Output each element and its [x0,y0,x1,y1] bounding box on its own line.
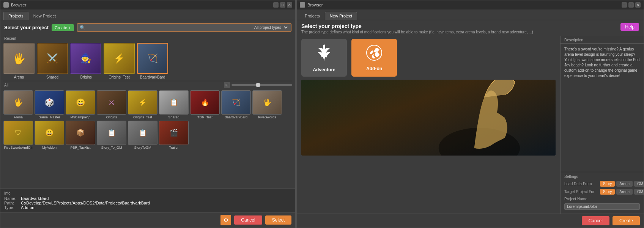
all-label: All [3,82,9,88]
all-label-myaddon: MyAddon [35,146,64,149]
info-type-row: Type: Add-on [4,205,291,210]
right-content: Select your project type The project typ… [297,20,644,228]
all-thumb-tdr: 🔥 [190,90,220,115]
all-label-baardvark2: BaardvarkBard [221,115,251,119]
maximize-button[interactable]: □ [280,2,285,8]
recent-item-arena[interactable]: 🖐 Arena [3,43,35,79]
right-cancel-button[interactable]: Cancel [582,216,609,225]
left-cancel-button[interactable]: Cancel [234,215,262,225]
all-item-story-to-gm[interactable]: 📋 Story_To_GM [97,121,126,149]
left-title-controls: ─ □ ✕ [273,2,292,8]
all-label-gm: Game_Master [35,115,64,119]
minimize-button[interactable]: ─ [273,2,279,8]
project-type-filter[interactable]: All project types [251,24,289,31]
info-name-row: Name: BaardvarkBard [4,196,291,201]
recent-thumb-origins-test: ⚡ [104,43,135,74]
all-thumb-baardvark2: 🏹 [221,90,251,115]
target-story-btn[interactable]: Story [600,189,615,195]
all-item-origins-test2[interactable]: ⚡ Origins_Test [128,90,157,119]
all-thumb-arena: 🖐 [3,90,33,115]
all-item-mycampaign[interactable]: 😀 MyCampaign [66,90,95,119]
recent-thumb-shared: ⚔️ [37,43,68,74]
load-data-label: Load Data From [564,182,598,186]
all-thumb-gm: 🎲 [35,90,64,115]
left-bottom-bar: ⚙ Cancel Select [0,212,295,228]
load-data-story-btn[interactable]: Story [600,181,615,187]
tab-projects-right[interactable]: Projects [300,12,325,20]
all-item-fiveswordsaddon[interactable]: 🛡 FiveSwordsAndOn [3,121,33,149]
info-label: Info [4,191,291,195]
project-name-input[interactable] [564,203,640,210]
help-button[interactable]: Help [620,23,639,31]
target-gm-btn[interactable]: GM [634,189,644,195]
recent-item-origins-test[interactable]: ⚡ Origins_Test [104,43,135,79]
gear-button[interactable]: ⚙ [220,215,231,225]
all-thumb-shared2: 📋 [159,90,189,115]
left-window-title: Browser [11,3,26,7]
all-thumb-origins2: ⚔ [97,90,126,115]
all-item-tdr[interactable]: 🔥 TDR_Test [190,90,220,119]
recent-thumb-origins: 🧙 [70,43,101,74]
all-item-arena[interactable]: 🖐 Arena [3,90,33,119]
all-label-shared2: Shared [159,115,189,119]
recent-label-arena: Arena [3,75,35,79]
zoom-icon[interactable]: ⊞ [224,82,230,88]
tab-projects-left[interactable]: Projects [3,12,28,20]
addon-card[interactable]: Add-on [351,39,397,77]
search-input[interactable] [87,25,250,30]
right-minimize-button[interactable]: ─ [622,2,627,8]
all-item-pbr[interactable]: 📦 PBR_Tacklist [66,121,95,149]
create-button[interactable]: Create + [52,24,74,31]
zoom-slider[interactable] [231,84,292,86]
right-title-bar-left: Browser [300,2,323,8]
all-item-storytogm[interactable]: 📋 StoryToGM [128,121,157,149]
all-label-fiveswordsaddon: FiveSwordsAndOn [3,146,33,149]
all-item-shared2[interactable]: 📋 Shared [159,90,189,119]
left-content: Select your project Create + 🔍 All proje… [0,20,295,212]
all-item-gm[interactable]: 🎲 Game_Master [35,90,64,119]
right-panel-title: Select your project type [301,23,533,29]
all-item-fiveswords[interactable]: 🖐 FiveSwords [252,90,282,119]
adventure-label: Adventure [313,67,335,72]
description-text: There's a sword you're missing? A genius… [561,44,644,172]
target-project-row: Target Project For Story Arena GM [564,189,640,195]
tab-new-project-left[interactable]: New Project [28,12,61,20]
right-main: Adventure Add- [297,36,644,214]
right-close-button[interactable]: ✕ [635,2,641,8]
search-bar: 🔍 All project types [77,23,292,32]
close-button[interactable]: ✕ [287,2,292,8]
recent-item-origins[interactable]: 🧙 Origins [70,43,101,79]
all-thumb-myaddon: 😀 [35,121,64,145]
all-thumb-mycampaign: 😀 [66,90,95,115]
recent-label: Recent [0,35,295,41]
all-thumb-storytogm: 📋 [128,121,157,145]
all-item-myaddon[interactable]: 😀 MyAddon [35,121,64,149]
target-arena-btn[interactable]: Arena [616,189,633,195]
all-item-trailer[interactable]: 🎬 Trailer [159,121,189,149]
info-path-val: C:/Develop/Dev/LSProjects/Apps/DOS2/Data… [21,201,150,205]
all-label-origins2: Origins [97,115,126,119]
load-data-gm-btn[interactable]: GM [634,181,644,187]
right-app-icon [300,2,305,8]
right-window: Browser ─ □ ✕ Projects New Project Selec… [296,0,644,228]
info-type-val: Add-on [21,205,34,210]
all-item-origins2[interactable]: ⚔ Origins [97,90,126,119]
right-create-button[interactable]: Create [613,216,640,225]
settings-section-title: Settings [564,175,640,181]
all-thumb-fiveswords: 🖐 [252,90,282,115]
type-cards: Adventure Add- [301,39,556,77]
right-maximize-button[interactable]: □ [628,2,634,8]
right-title-bar: Browser ─ □ ✕ [297,0,644,9]
all-label-origins-test2: Origins_Test [128,115,157,119]
zoom-thumb [256,83,260,87]
load-data-arena-btn[interactable]: Arena [616,181,633,187]
select-button[interactable]: Select [265,215,291,225]
recent-item-baardvark[interactable]: 🏹 BaardvarkBard [137,43,168,79]
adventure-card[interactable]: Adventure [301,39,347,77]
tab-new-project-right[interactable]: New Project [325,12,357,20]
recent-item-shared[interactable]: ⚔️ Shared [37,43,68,79]
right-header-row: Select your project type The project typ… [297,20,644,36]
all-label-story-to-gm: Story_To_GM [97,146,126,149]
all-item-baardvark2[interactable]: 🏹 BaardvarkBard [221,90,251,119]
all-label-fiveswords: FiveSwords [252,115,282,119]
